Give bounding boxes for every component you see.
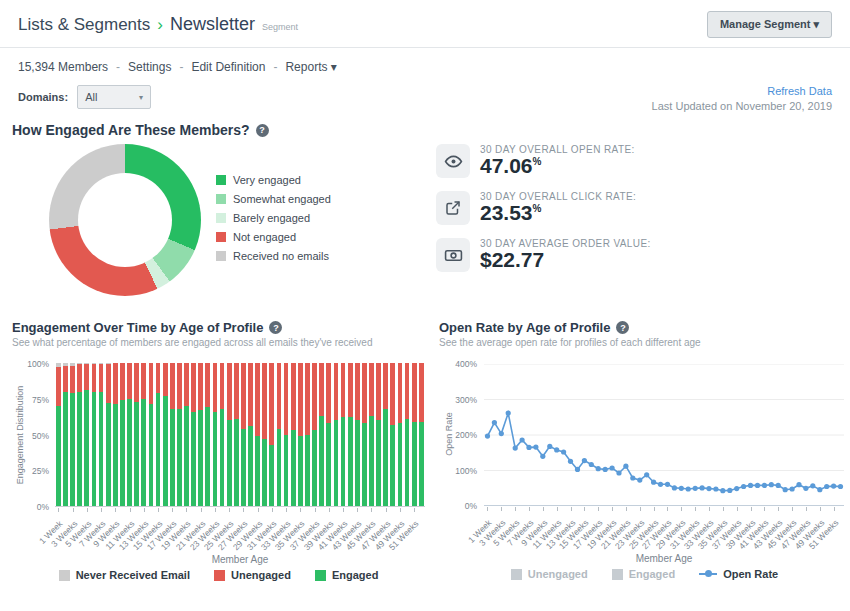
axis-tick: [515, 507, 516, 511]
segment-badge: Segment: [262, 22, 298, 32]
legend-label: Open Rate: [723, 568, 778, 580]
bar-segment: [149, 363, 154, 404]
bar-segment: [70, 393, 75, 506]
bar-segment: [277, 429, 282, 506]
axis-tick: [764, 507, 765, 511]
axis-tick: [723, 507, 724, 511]
breadcrumb-lists-segments-link[interactable]: Lists & Segments: [18, 15, 150, 35]
bar-segment: [398, 423, 403, 506]
legend-item[interactable]: Never Received Email: [59, 569, 190, 581]
help-icon[interactable]: ?: [616, 321, 629, 334]
domains-select[interactable]: All ▾: [77, 85, 151, 109]
data-point: [693, 486, 698, 491]
y-axis-title: Open Rate: [444, 374, 454, 494]
axis-tick: [243, 508, 244, 512]
bar-segment: [63, 392, 68, 506]
legend-item[interactable]: Somewhat engaged: [216, 193, 331, 205]
bar-segment: [369, 416, 374, 506]
data-point: [610, 465, 615, 470]
data-point: [727, 488, 732, 493]
data-point: [783, 487, 788, 492]
bar-segment: [77, 363, 82, 364]
data-point: [547, 444, 552, 449]
bar-segment: [156, 393, 161, 506]
bar-segment: [234, 363, 239, 419]
chart-legend: UnengagedEngagedOpen Rate: [439, 568, 850, 580]
axis-tick: [584, 507, 585, 511]
x-axis-title: Member Age: [55, 554, 425, 565]
edit-definition-link[interactable]: Edit Definition: [191, 60, 265, 74]
bar-segment: [312, 363, 317, 430]
bar-segment: [383, 409, 388, 506]
bar-segment: [113, 404, 118, 506]
bar-segment: [163, 363, 168, 396]
donut-hole: [78, 173, 172, 267]
reports-menu[interactable]: Reports ▾: [285, 60, 336, 74]
refresh-data-link[interactable]: Refresh Data: [652, 85, 832, 97]
bar-segment: [284, 435, 289, 507]
stat-value: 23.53%: [480, 202, 636, 224]
legend-item[interactable]: Unengaged: [214, 569, 291, 581]
data-point: [790, 486, 795, 491]
legend-swatch: [216, 213, 226, 223]
data-point: [589, 462, 594, 467]
bar-segment: [163, 396, 168, 506]
chevron-down-icon: ▾: [139, 93, 143, 102]
axis-tick: [626, 507, 627, 511]
line-chart: 0%100%200%300%400%Open Rate1 Week3 Weeks…: [439, 354, 850, 599]
legend-item[interactable]: Very engaged: [216, 174, 331, 186]
y-axis-tick-label: 100%: [19, 359, 49, 369]
legend-item[interactable]: Engaged: [315, 569, 378, 581]
axis-tick: [286, 508, 287, 512]
bar-segment: [191, 412, 196, 506]
help-icon[interactable]: ?: [256, 124, 269, 137]
axis-tick: [695, 507, 696, 511]
bar-segment: [205, 407, 210, 506]
axis-tick: [329, 508, 330, 512]
axis-tick: [87, 508, 88, 512]
bar-segment: [319, 416, 324, 506]
legend-item[interactable]: Unengaged: [511, 568, 588, 580]
axis-tick: [172, 508, 173, 512]
bar-segment: [405, 363, 410, 419]
bar-segment: [355, 363, 360, 420]
bar-segment: [70, 366, 75, 393]
legend-item[interactable]: Barely engaged: [216, 212, 331, 224]
axis-tick: [386, 508, 387, 512]
bar-segment: [248, 363, 253, 426]
legend-swatch: [216, 175, 226, 185]
data-point: [644, 472, 649, 477]
legend-item[interactable]: Received no emails: [216, 250, 331, 262]
bar-segment: [341, 363, 346, 417]
axis-tick: [229, 508, 230, 512]
bar-segment: [56, 367, 61, 406]
bar-segment: [56, 406, 61, 506]
chart-title: Open Rate by Age of Profile: [439, 320, 610, 335]
bar-segment: [341, 417, 346, 506]
help-icon[interactable]: ?: [269, 321, 282, 334]
line-dot-icon: [699, 569, 717, 579]
engagement-section-title: How Engaged Are These Members? ?: [0, 118, 850, 138]
bar-segment: [376, 363, 381, 420]
settings-link[interactable]: Settings: [128, 60, 171, 74]
legend-item[interactable]: Engaged: [612, 568, 675, 580]
bar-segment: [355, 420, 360, 506]
chart-title: Engagement Over Time by Age of Profile: [12, 320, 263, 335]
data-point: [755, 483, 760, 488]
data-point: [575, 467, 580, 472]
bar-segment: [170, 409, 175, 506]
manage-segment-button[interactable]: Manage Segment ▾: [707, 11, 832, 38]
bar-segment: [184, 406, 189, 506]
axis-tick: [571, 507, 572, 511]
chart-subtitle: See what percentage of members are engag…: [12, 337, 425, 348]
legend-item[interactable]: Not engaged: [216, 231, 331, 243]
axis-tick: [201, 508, 202, 512]
bar-segment: [77, 364, 82, 391]
bar-segment: [298, 436, 303, 506]
data-point: [686, 486, 691, 491]
data-point: [533, 445, 538, 450]
data-point: [672, 485, 677, 490]
legend-item[interactable]: Open Rate: [699, 568, 778, 580]
bar-segment: [106, 364, 111, 403]
chart-subtitle: See the average open rate for profiles o…: [439, 337, 850, 348]
